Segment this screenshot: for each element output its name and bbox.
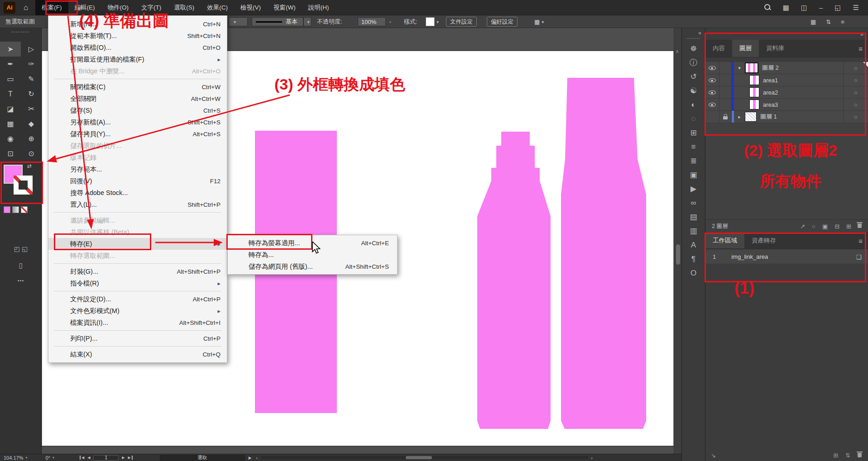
scroll-left-icon[interactable]: ‹ [256, 455, 258, 461]
tab-artboards[interactable]: 工作區域 [705, 233, 744, 248]
stroke-panel-icon[interactable]: ≡ [691, 143, 696, 151]
layer-row-layer2[interactable]: ▾ 圖層 2 ○ [705, 62, 868, 74]
export-submenu-item[interactable]: 轉存為螢幕適用... Alt+Ctrl+E [228, 237, 397, 249]
character-panel-icon[interactable]: A [691, 241, 696, 249]
first-artboard-icon[interactable]: ◀ [80, 456, 84, 460]
home-icon[interactable]: ⌂ [24, 3, 28, 12]
menu-effect[interactable]: 效果(C) [201, 0, 234, 15]
crop-tool[interactable]: ⊡ [0, 146, 21, 161]
collapse-layer-icon[interactable]: ▾ [734, 65, 745, 71]
artboards-panel-icon[interactable]: ▤ [690, 213, 697, 221]
artboard-panel-menu-icon[interactable]: ≡ [858, 233, 868, 248]
menu-view[interactable]: 檢視(V) [234, 0, 267, 15]
edit-toolbar-icon[interactable]: ••• [18, 278, 24, 283]
object-name[interactable]: area2 [763, 89, 778, 96]
target-circle-icon[interactable]: ○ [843, 74, 868, 86]
zoom-level-dropdown[interactable]: 104.17% ▾ [4, 454, 27, 461]
scroll-up-icon[interactable]: ∧ [676, 49, 679, 54]
delete-artboard-icon[interactable] [858, 453, 862, 457]
tab-libraries[interactable]: 資料庫 [759, 40, 792, 57]
scissors-tool[interactable]: ✂ [21, 101, 42, 116]
locate-object-icon[interactable]: ○ [812, 223, 815, 230]
tab-content[interactable]: 內容 [705, 40, 732, 57]
resize-corner-icon[interactable]: ↘ [705, 452, 716, 459]
layer-thumbnail[interactable] [745, 112, 757, 122]
paragraph-panel-icon[interactable]: ¶ [691, 255, 695, 263]
flow-options-icon[interactable]: ⇅ [826, 19, 831, 25]
opacity-expand-icon[interactable]: › [389, 15, 391, 28]
last-artboard-icon[interactable]: ▶ [128, 456, 132, 460]
lock-toggle[interactable] [719, 86, 732, 98]
next-artboard-icon[interactable]: ▶ [122, 456, 125, 460]
info-panel-icon[interactable]: ⓘ [690, 59, 697, 67]
make-clipping-mask-icon[interactable]: ▣ [822, 223, 828, 230]
grid-options-icon[interactable]: ▦ [810, 19, 816, 25]
object-thumbnail[interactable] [749, 100, 759, 109]
stroke-style-caret[interactable]: ▾ [303, 17, 312, 26]
app-menu-icon[interactable]: ☰ [853, 4, 859, 12]
hand-tool[interactable]: ⊕ [21, 131, 42, 146]
toolbar-grip[interactable]: •••••••• [0, 28, 41, 34]
rotate-tool[interactable]: ↻ [21, 86, 42, 101]
blend-tool[interactable]: ◉ [0, 131, 21, 146]
export-layer-icon[interactable]: ↗ [800, 223, 805, 230]
layer-name[interactable]: 圖層 1 [760, 113, 777, 121]
file-menu-item[interactable]: 邀請參與編輯... [48, 214, 227, 226]
swatches-panel-icon[interactable]: ⊞ [690, 129, 696, 137]
style-swatch[interactable] [426, 17, 435, 26]
layer-row-layer1[interactable]: ▸ 圖層 1 ○ [705, 111, 868, 123]
target-circle-icon[interactable]: ○ [843, 62, 868, 74]
arrange-documents-icon[interactable]: ◫ [801, 4, 807, 12]
file-menu-item[interactable]: 轉存選取範圍... [48, 250, 227, 261]
export-submenu-item[interactable]: 轉存為... [228, 249, 397, 261]
dock-grip[interactable]: •••••••• [682, 36, 705, 40]
object-thumbnail[interactable] [749, 75, 759, 85]
style-caret[interactable]: ▾ [436, 19, 439, 24]
file-menu-item[interactable]: 檔案資訊(I)... Alt+Shift+Ctrl+I [48, 317, 227, 328]
object-name[interactable]: area1 [763, 77, 778, 84]
file-menu-item[interactable]: 文件設定(D)... Alt+Ctrl+P [48, 293, 227, 305]
layer-row-area3[interactable]: area3 ○ [705, 99, 868, 111]
status-play-icon[interactable]: ▶ [249, 456, 252, 460]
properties-panel-icon[interactable]: ☸ [690, 45, 697, 52]
eyedropper-tool[interactable]: ◆ [21, 116, 42, 131]
lock-toggle[interactable] [719, 74, 732, 86]
file-menu-item[interactable]: 打開最近使用過的檔案(F) ▸ [48, 53, 227, 65]
artboard-name[interactable]: img_link_area [731, 253, 768, 260]
layer-row-area2[interactable]: area2 ○ [705, 86, 868, 99]
lock-toggle[interactable] [719, 111, 732, 123]
menu-help[interactable]: 說明(H) [302, 0, 336, 15]
illustrator-logo[interactable]: Ai [4, 2, 15, 14]
new-sublayer-icon[interactable]: ⊟ [834, 223, 839, 230]
scroll-right-icon[interactable]: › [591, 455, 593, 461]
reorder-artboards-icon[interactable]: ⇅ [845, 452, 850, 459]
preferences-button[interactable]: 偏好設定 [487, 17, 518, 27]
file-menu-item[interactable]: 轉存(E) ▸ [48, 238, 227, 250]
minimize-icon[interactable]: – [819, 4, 823, 11]
target-circle-icon[interactable]: ○ [843, 86, 868, 98]
workspace-switcher-icon[interactable]: ▦ [783, 4, 789, 12]
file-menu-item[interactable]: 儲存選取的切片... [48, 140, 227, 152]
expand-layer-icon[interactable]: ▸ [734, 114, 745, 120]
collapse-panels-icon[interactable]: » [860, 31, 863, 38]
previous-artboard-icon[interactable]: ◀ [87, 456, 90, 460]
align-options-icon[interactable]: ▦ [534, 19, 540, 25]
layer-thumbnail[interactable] [745, 62, 758, 73]
selection-tool[interactable]: ➤ [0, 42, 21, 57]
opacity-field[interactable]: 100% [358, 17, 386, 26]
actions-panel-icon[interactable]: ▶ [691, 185, 696, 193]
file-menu-item[interactable]: 列印(P)... Ctrl+P [48, 333, 227, 344]
menu-file[interactable]: 檔案(F) [35, 0, 68, 15]
draw-normal-icon[interactable]: ◰ [14, 245, 20, 252]
target-circle-icon[interactable]: ○ [843, 111, 868, 123]
file-menu-item[interactable]: 在 Bridge 中瀏覽... Alt+Ctrl+O [48, 65, 227, 77]
file-menu-item[interactable]: 結束(X) Ctrl+Q [48, 348, 227, 360]
file-menu-item[interactable]: 儲存(S) Ctrl+S [48, 105, 227, 116]
layer-name[interactable]: 圖層 2 [762, 64, 779, 72]
color-guide-panel-icon[interactable]: ◐ [691, 101, 695, 109]
file-menu-item[interactable]: 另存範本... [48, 163, 227, 175]
transform-panel-icon[interactable]: ▣ [690, 171, 697, 179]
color-mode-swatch[interactable] [4, 206, 10, 213]
draw-behind-icon[interactable]: ◱ [22, 245, 28, 252]
visibility-toggle[interactable] [705, 99, 719, 110]
